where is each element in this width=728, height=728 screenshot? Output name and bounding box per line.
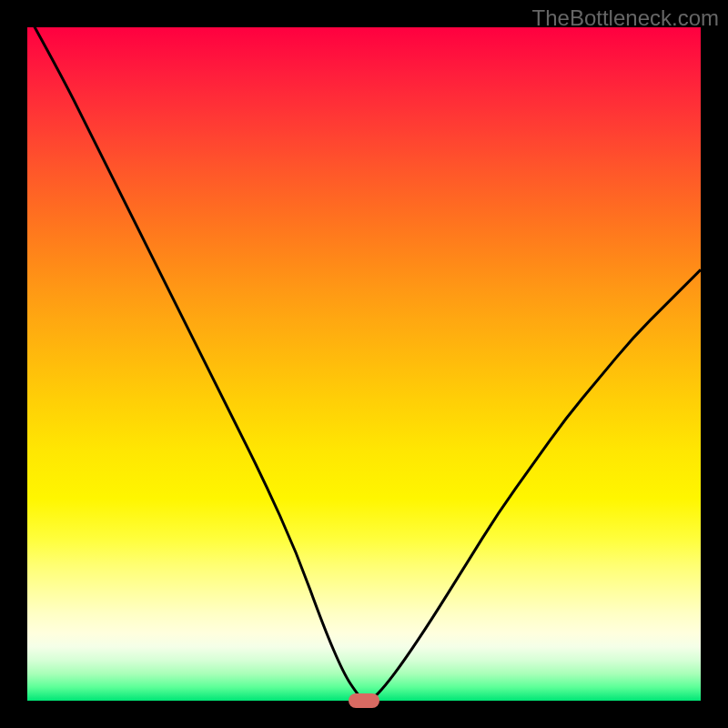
- plot-area: [27, 27, 701, 701]
- chart-frame: TheBottleneck.com: [0, 0, 728, 728]
- optimum-marker: [349, 693, 379, 708]
- watermark-text: TheBottleneck.com: [532, 5, 719, 31]
- bottleneck-curve-path: [27, 27, 701, 701]
- curve-svg: [27, 27, 701, 701]
